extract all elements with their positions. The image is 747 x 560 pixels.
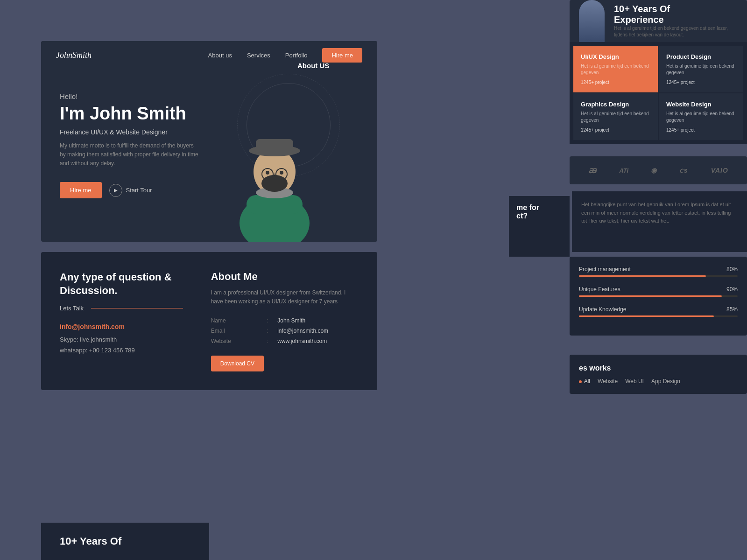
experience-years: 10+ Years Of (614, 4, 738, 14)
svg-point-9 (261, 175, 288, 192)
skill-name-pm: Project management (579, 266, 631, 273)
experience-label: Experience (614, 14, 738, 25)
about-email-value: info@johnsmith.com (277, 326, 359, 336)
contact-email[interactable]: info@johnsmith.com (60, 323, 183, 330)
skill-update: Update Knowledge 85% (579, 306, 738, 317)
about-website-label: Website (211, 336, 263, 346)
service-uiux[interactable]: UI/UX Design Het is al geruime tijd een … (573, 46, 658, 92)
start-tour-button[interactable]: ▶ Start Tour (109, 184, 152, 197)
service-product[interactable]: Product Design Het is al geruime tijd ee… (659, 46, 743, 92)
skill-name-uk: Update Knowledge (579, 306, 626, 313)
nav-links: About us Services Portfolio Hire me (208, 48, 362, 63)
skill-pct-uk: 85% (726, 306, 738, 313)
skill-bar-bg-uk (579, 315, 738, 317)
service-desc-uiux: Het is al geruime tijd een bekend gegeve… (581, 63, 650, 76)
service-desc-product: Het is al geruime tijd een bekend gegeve… (666, 63, 736, 76)
play-icon: ▶ (109, 184, 122, 197)
mid-partial-text2: ct? (516, 212, 562, 220)
hero-description: My ultimate motto is to fulfill the dema… (60, 141, 200, 168)
about-us-badge: About US (297, 62, 329, 70)
brand-logos-strip: ꜳ ATi ◉ ᴄs VAIO (570, 156, 747, 184)
mid-partial-left: me for ct? (509, 196, 570, 257)
skills-panel: Project management 80% Unique Features 9… (570, 257, 747, 336)
skill-bar-fill-uk (579, 315, 714, 317)
skill-project-mgmt: Project management 80% (579, 266, 738, 277)
services-grid: UI/UX Design Het is al geruime tijd een … (571, 44, 745, 142)
nav-about[interactable]: About us (208, 52, 232, 59)
service-count-website: 1245+ project (666, 127, 736, 133)
mid-desc-text: Het belangrijke punt van het gebruik van… (581, 201, 738, 225)
brand-logo-vaio: VAIO (711, 167, 728, 174)
bottom-exp-section: 10+ Years Of (41, 523, 209, 560)
service-desc-graphics: Het is al geruime tijd een bekend gegeve… (581, 111, 650, 124)
skill-bar-bg-uf (579, 295, 738, 297)
services-panel: UI/UX Design Het is al geruime tijd een … (570, 42, 747, 144)
brand-logo-1: ꜳ (588, 165, 597, 175)
filter-dot (579, 380, 582, 383)
service-count-product: 1245+ project (666, 80, 736, 85)
service-graphics[interactable]: Graphics Design Het is al geruime tijd e… (573, 93, 658, 140)
skill-unique: Unique Features 90% (579, 286, 738, 297)
filter-all[interactable]: All (579, 378, 590, 385)
service-count-graphics: 1245+ project (581, 127, 650, 133)
tour-label: Start Tour (126, 187, 152, 194)
portfolio-filter-row: All Website Web UI App Design (579, 378, 738, 385)
works-text: es works (579, 364, 738, 372)
filter-appdesign[interactable]: App Design (651, 378, 680, 385)
nav-portfolio[interactable]: Portfolio (285, 52, 308, 59)
hire-me-button[interactable]: Hire me (60, 182, 102, 198)
nav-services[interactable]: Services (247, 52, 270, 59)
service-title-website: Website Design (666, 101, 736, 108)
portfolio-filter-panel: es works All Website Web UI App Design (570, 355, 747, 394)
download-cv-button[interactable]: Download CV (211, 356, 264, 371)
mid-partial-text1: me for (516, 203, 562, 212)
experience-text: 10+ Years Of Experience Het is al geruim… (614, 4, 738, 38)
about-table: Name : John Smith Email : info@johnsmith… (211, 315, 359, 346)
about-website-sep: : (263, 336, 277, 346)
experience-desc: Het is al geruime tijd en bekend gegeven… (614, 25, 738, 38)
skill-header-uk: Update Knowledge 85% (579, 306, 738, 313)
brand-logo-2: ATi (619, 167, 628, 174)
service-count-uiux: 1245+ project (581, 80, 650, 85)
contact-column: Any type of question & Discussion. Lets … (60, 271, 183, 371)
service-title-product: Product Design (666, 53, 736, 60)
main-hero-card: JohnSmith About us Services Portfolio Hi… (41, 41, 377, 242)
table-row: Email : info@johnsmith.com (211, 326, 359, 336)
about-heading: About Me (211, 271, 359, 283)
skill-pct-uf: 90% (726, 286, 738, 293)
person-image (579, 0, 605, 42)
service-title-graphics: Graphics Design (581, 101, 650, 108)
svg-point-10 (266, 171, 269, 175)
bottom-exp-text: 10+ Years Of (60, 535, 121, 547)
skill-bar-fill-uf (579, 295, 722, 297)
skill-name-uf: Unique Features (579, 286, 620, 293)
bottom-section: Any type of question & Discussion. Lets … (41, 252, 377, 390)
about-website-value: www.johnsmith.com (277, 336, 359, 346)
about-name-sep: : (263, 315, 277, 326)
contact-heading: Any type of question & Discussion. (60, 271, 183, 297)
hire-me-nav-button[interactable]: Hire me (322, 48, 362, 63)
contact-skype: Skype: live.johnsmith (60, 336, 183, 343)
mid-right-desc: Het belangrijke punt van het gebruik van… (572, 191, 747, 252)
about-email-label: Email (211, 326, 263, 336)
brand-logo-3: ◉ (651, 167, 656, 174)
svg-point-11 (280, 171, 283, 175)
service-website[interactable]: Website Design Het is al geruime tijd ee… (659, 93, 743, 140)
skill-bar-bg-pm (579, 275, 738, 277)
service-desc-website: Het is al geruime tijd een bekend gegeve… (666, 111, 736, 124)
experience-header: 10+ Years Of Experience Het is al geruim… (570, 0, 747, 42)
hero-section: Hello! I'm John Smith Freelance UI/UX & … (41, 69, 377, 242)
service-title-uiux: UI/UX Design (581, 53, 650, 60)
skill-header-pm: Project management 80% (579, 266, 738, 273)
lets-talk-divider (91, 308, 183, 308)
table-row: Website : www.johnsmith.com (211, 336, 359, 346)
filter-webui[interactable]: Web UI (625, 378, 644, 385)
skill-bar-fill-pm (579, 275, 706, 277)
about-email-sep: : (263, 326, 277, 336)
about-name-label: Name (211, 315, 263, 326)
filter-website[interactable]: Website (598, 378, 618, 385)
person-svg (233, 102, 317, 242)
svg-rect-4 (256, 139, 293, 153)
lets-talk-row: Lets Talk (60, 305, 183, 312)
skill-header-uf: Unique Features 90% (579, 286, 738, 293)
